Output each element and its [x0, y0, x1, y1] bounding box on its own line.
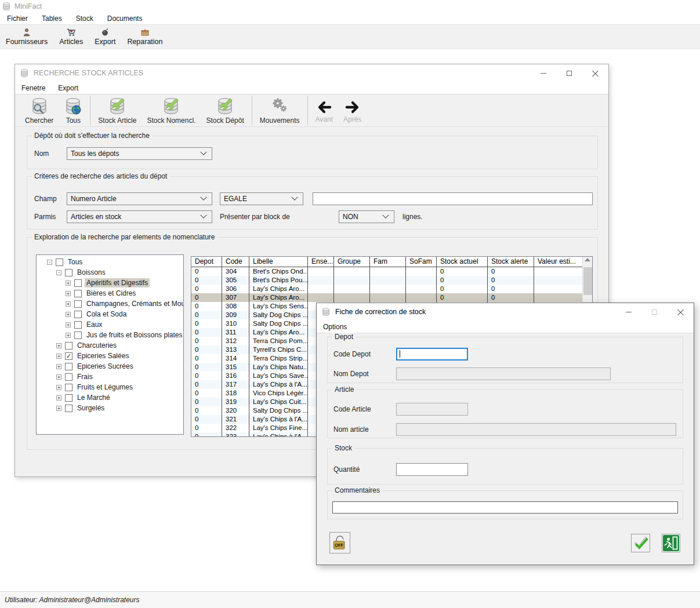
- parmis-select[interactable]: Articles en stock: [67, 210, 212, 223]
- expand-icon[interactable]: +: [56, 364, 61, 369]
- depot-select[interactable]: Tous les dépots: [67, 147, 212, 160]
- fournisseurs-button[interactable]: Fournisseurs: [0, 26, 53, 49]
- menu-fichier[interactable]: Fichier: [0, 13, 35, 24]
- tree-item[interactable]: +Jus de fruits et Boissons plates: [37, 330, 183, 340]
- scrollbar-thumb[interactable]: [583, 267, 592, 295]
- tree-item[interactable]: +Bières et Cidres: [37, 288, 183, 298]
- stock-depot-button[interactable]: Stock Dépôt: [201, 94, 249, 126]
- stock-article-button[interactable]: Stock Article: [93, 94, 142, 126]
- menu-options[interactable]: Options: [317, 323, 353, 331]
- tree-checkbox[interactable]: [74, 311, 82, 318]
- expand-icon[interactable]: +: [66, 291, 71, 296]
- grid-column-header[interactable]: Valeur esti...: [534, 257, 583, 267]
- grid-column-header[interactable]: Fam: [370, 257, 406, 267]
- table-row[interactable]: 0306Lay's Chips Aro...00: [191, 285, 592, 293]
- grid-column-header[interactable]: Libelle: [249, 257, 308, 267]
- tree-item[interactable]: +✓Epiceries Salées: [37, 351, 183, 361]
- expand-icon[interactable]: +: [66, 312, 71, 317]
- expand-icon[interactable]: +: [56, 374, 61, 380]
- tree-item[interactable]: +Charcuteries: [37, 340, 183, 351]
- collapse-icon[interactable]: -: [56, 270, 61, 275]
- search-value-input[interactable]: [313, 192, 593, 205]
- tree-checkbox[interactable]: [65, 269, 72, 276]
- commentaires-input[interactable]: [332, 501, 678, 514]
- avant-button[interactable]: Avant: [310, 94, 338, 126]
- articles-button[interactable]: Articles: [53, 26, 89, 49]
- table-row[interactable]: 0305Bret's Chips Pou...00: [191, 276, 592, 285]
- grid-column-header[interactable]: Stock actuel: [437, 257, 488, 267]
- grid-column-header[interactable]: Ense...: [308, 257, 334, 267]
- chercher-button[interactable]: Chercher: [20, 94, 59, 126]
- grid-column-header[interactable]: Code: [222, 257, 249, 267]
- tree-checkbox[interactable]: [74, 332, 82, 339]
- maximize-button[interactable]: [556, 64, 582, 82]
- nomenclature-tree[interactable]: -Tous-Boissons+Apéritifs et Digestifs+Bi…: [36, 254, 184, 435]
- code-depot-input[interactable]: [396, 348, 468, 361]
- close-button[interactable]: [582, 64, 608, 82]
- expand-icon[interactable]: +: [66, 322, 71, 327]
- dialog-titlebar[interactable]: Fiche de correction de stock: [317, 303, 694, 321]
- expand-icon[interactable]: +: [56, 343, 61, 348]
- tree-item[interactable]: +Apéritifs et Digestifs: [37, 278, 183, 288]
- tree-checkbox[interactable]: [56, 259, 63, 266]
- table-row[interactable]: 0304Bret's Chips Ond...00: [191, 267, 592, 276]
- tree-checkbox[interactable]: [65, 342, 72, 349]
- tree-item[interactable]: +Fruits et Légumes: [37, 382, 183, 392]
- dialog-close-button[interactable]: [668, 303, 694, 321]
- exit-button[interactable]: [662, 534, 680, 552]
- mouvements-button[interactable]: Mouvements: [255, 94, 305, 126]
- tree-item[interactable]: +Le Marché: [37, 392, 183, 403]
- tree-item[interactable]: +Eaux: [37, 319, 183, 330]
- menu-documents[interactable]: Documents: [100, 13, 150, 24]
- champ-select[interactable]: Numero Article: [67, 192, 212, 205]
- menu-tables[interactable]: Tables: [35, 13, 69, 24]
- expand-icon[interactable]: +: [66, 333, 71, 338]
- expand-icon[interactable]: +: [56, 354, 61, 359]
- tree-checkbox[interactable]: [74, 279, 82, 287]
- grid-column-header[interactable]: SoFam: [406, 257, 437, 267]
- tous-button[interactable]: Tous: [59, 94, 88, 126]
- validate-button[interactable]: [631, 534, 650, 552]
- quantite-input[interactable]: [396, 463, 468, 476]
- operator-select[interactable]: EGALE: [220, 192, 303, 205]
- tree-item[interactable]: -Boissons: [37, 267, 183, 278]
- expand-icon[interactable]: +: [66, 301, 71, 307]
- tree-item[interactable]: +Cola et Soda: [37, 309, 183, 319]
- tree-checkbox[interactable]: [65, 384, 72, 391]
- collapse-icon[interactable]: -: [47, 260, 52, 265]
- grid-column-header[interactable]: Stock alerte: [488, 257, 534, 267]
- tree-item[interactable]: -Tous: [37, 257, 183, 267]
- grid-column-header[interactable]: Groupe: [334, 257, 370, 267]
- menu-export[interactable]: Export: [52, 84, 85, 92]
- reparation-button[interactable]: Reparation: [121, 26, 168, 49]
- expand-icon[interactable]: +: [56, 395, 61, 401]
- tree-item[interactable]: +Surgelés: [37, 403, 183, 413]
- menu-stock[interactable]: Stock: [69, 13, 100, 24]
- expand-icon[interactable]: +: [56, 385, 61, 390]
- expand-icon[interactable]: +: [56, 406, 61, 411]
- tree-checkbox[interactable]: [74, 321, 82, 329]
- tree-checkbox[interactable]: [65, 373, 72, 381]
- minimize-button[interactable]: [530, 64, 556, 82]
- tree-checkbox[interactable]: [65, 363, 72, 370]
- scroll-up-icon[interactable]: [585, 258, 590, 261]
- expand-icon[interactable]: +: [66, 281, 71, 286]
- dialog-minimize-button[interactable]: [615, 303, 641, 321]
- stock-nomencl-button[interactable]: Stock Nomencl.: [142, 94, 201, 126]
- tree-checkbox[interactable]: [65, 405, 72, 412]
- tree-checkbox[interactable]: [65, 394, 72, 402]
- tree-checkbox[interactable]: [74, 290, 82, 297]
- lock-toggle-button[interactable]: [329, 532, 350, 554]
- tree-item[interactable]: +Frais: [37, 372, 183, 382]
- search-window-titlebar[interactable]: RECHERCHE STOCK ARTICLES: [15, 64, 608, 82]
- menu-fenetre[interactable]: Fenetre: [15, 84, 52, 92]
- tree-item[interactable]: +Champagnes, Crémants et Mouss...: [37, 298, 183, 309]
- grid-column-header[interactable]: Depot: [191, 257, 222, 267]
- tree-checkbox[interactable]: [74, 300, 82, 308]
- export-button[interactable]: Export: [89, 26, 121, 49]
- table-row[interactable]: 0307Lay's Chips Aro...00: [191, 293, 592, 302]
- block-select[interactable]: NON: [339, 210, 394, 223]
- tree-item[interactable]: +Epiceries Sucrées: [37, 361, 183, 372]
- tree-checkbox[interactable]: ✓: [65, 352, 72, 360]
- apres-button[interactable]: Après: [338, 94, 367, 126]
